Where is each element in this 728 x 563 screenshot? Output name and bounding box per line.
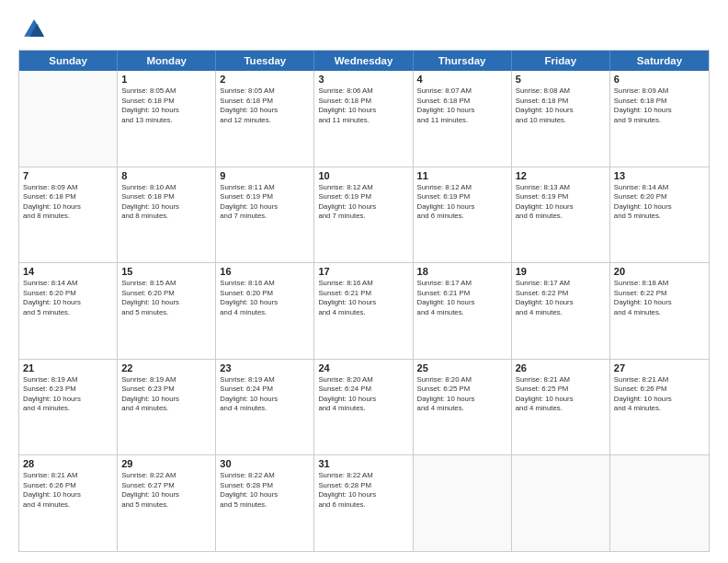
- day-number: 8: [121, 170, 211, 181]
- page: SundayMondayTuesdayWednesdayThursdayFrid…: [0, 0, 728, 563]
- calendar-cell-1-1: 8Sunrise: 8:10 AMSunset: 6:18 PMDaylight…: [118, 167, 216, 263]
- day-info: Sunrise: 8:16 AMSunset: 6:20 PMDaylight:…: [220, 279, 310, 317]
- day-number: 10: [318, 170, 408, 181]
- day-number: 13: [614, 170, 705, 181]
- calendar-cell-4-4: [414, 455, 512, 551]
- day-number: 7: [23, 170, 113, 181]
- day-number: 30: [220, 458, 310, 469]
- day-info: Sunrise: 8:11 AMSunset: 6:19 PMDaylight:…: [220, 183, 310, 222]
- day-info: Sunrise: 8:21 AMSunset: 6:25 PMDaylight:…: [516, 375, 606, 414]
- day-info: Sunrise: 8:12 AMSunset: 6:19 PMDaylight:…: [417, 183, 507, 222]
- calendar-row-2: 14Sunrise: 8:14 AMSunset: 6:20 PMDayligh…: [19, 262, 709, 359]
- day-number: 24: [318, 362, 408, 373]
- calendar-cell-0-1: 1Sunrise: 8:05 AMSunset: 6:18 PMDaylight…: [118, 71, 216, 167]
- calendar-cell-4-3: 31Sunrise: 8:22 AMSunset: 6:28 PMDayligh…: [314, 455, 413, 551]
- day-info: Sunrise: 8:05 AMSunset: 6:18 PMDaylight:…: [220, 86, 310, 125]
- header-day-wednesday: Wednesday: [314, 51, 413, 71]
- header-day-sunday: Sunday: [19, 51, 118, 71]
- calendar-cell-0-6: 6Sunrise: 8:09 AMSunset: 6:18 PMDaylight…: [610, 71, 709, 167]
- calendar-cell-2-5: 19Sunrise: 8:17 AMSunset: 6:22 PMDayligh…: [512, 263, 610, 359]
- header-day-monday: Monday: [118, 51, 216, 71]
- day-info: Sunrise: 8:19 AMSunset: 6:23 PMDaylight:…: [23, 375, 113, 414]
- day-info: Sunrise: 8:05 AMSunset: 6:18 PMDaylight:…: [121, 86, 211, 125]
- day-number: 14: [23, 266, 113, 277]
- calendar-cell-2-4: 18Sunrise: 8:17 AMSunset: 6:21 PMDayligh…: [414, 263, 512, 359]
- calendar-cell-3-1: 22Sunrise: 8:19 AMSunset: 6:23 PMDayligh…: [118, 360, 216, 455]
- day-info: Sunrise: 8:18 AMSunset: 6:22 PMDaylight:…: [614, 279, 705, 317]
- day-number: 12: [516, 170, 606, 181]
- day-info: Sunrise: 8:13 AMSunset: 6:19 PMDaylight:…: [516, 183, 606, 222]
- day-number: 4: [417, 74, 507, 85]
- day-number: 9: [220, 170, 310, 181]
- calendar-cell-1-2: 9Sunrise: 8:11 AMSunset: 6:19 PMDaylight…: [216, 167, 314, 263]
- calendar-cell-0-3: 3Sunrise: 8:06 AMSunset: 6:18 PMDaylight…: [314, 71, 413, 167]
- day-number: 29: [121, 458, 211, 469]
- day-info: Sunrise: 8:21 AMSunset: 6:26 PMDaylight:…: [614, 375, 705, 414]
- calendar-body: 1Sunrise: 8:05 AMSunset: 6:18 PMDaylight…: [19, 71, 709, 551]
- day-number: 25: [417, 362, 507, 373]
- day-info: Sunrise: 8:07 AMSunset: 6:18 PMDaylight:…: [417, 86, 507, 125]
- calendar-cell-0-2: 2Sunrise: 8:05 AMSunset: 6:18 PMDaylight…: [216, 71, 314, 167]
- logo: [18, 17, 48, 42]
- calendar-header-row: SundayMondayTuesdayWednesdayThursdayFrid…: [19, 51, 709, 71]
- calendar-cell-0-4: 4Sunrise: 8:07 AMSunset: 6:18 PMDaylight…: [414, 71, 512, 167]
- calendar-row-3: 21Sunrise: 8:19 AMSunset: 6:23 PMDayligh…: [19, 359, 709, 455]
- day-info: Sunrise: 8:09 AMSunset: 6:18 PMDaylight:…: [614, 86, 705, 125]
- day-info: Sunrise: 8:19 AMSunset: 6:24 PMDaylight:…: [220, 375, 310, 414]
- calendar-cell-1-0: 7Sunrise: 8:09 AMSunset: 6:18 PMDaylight…: [19, 167, 118, 263]
- day-info: Sunrise: 8:15 AMSunset: 6:20 PMDaylight:…: [121, 279, 211, 317]
- calendar-cell-0-0: [19, 71, 118, 167]
- day-info: Sunrise: 8:22 AMSunset: 6:27 PMDaylight:…: [121, 471, 211, 510]
- day-info: Sunrise: 8:09 AMSunset: 6:18 PMDaylight:…: [23, 183, 113, 222]
- calendar: SundayMondayTuesdayWednesdayThursdayFrid…: [18, 50, 710, 552]
- day-info: Sunrise: 8:22 AMSunset: 6:28 PMDaylight:…: [220, 471, 310, 510]
- day-number: 23: [220, 362, 310, 373]
- day-number: 21: [23, 362, 113, 373]
- calendar-cell-2-1: 15Sunrise: 8:15 AMSunset: 6:20 PMDayligh…: [118, 263, 216, 359]
- header-day-saturday: Saturday: [610, 51, 709, 71]
- day-number: 11: [417, 170, 507, 181]
- calendar-cell-2-3: 17Sunrise: 8:16 AMSunset: 6:21 PMDayligh…: [314, 263, 413, 359]
- day-number: 1: [121, 74, 211, 85]
- calendar-cell-4-5: [512, 455, 610, 551]
- day-info: Sunrise: 8:16 AMSunset: 6:21 PMDaylight:…: [318, 279, 408, 317]
- calendar-cell-2-0: 14Sunrise: 8:14 AMSunset: 6:20 PMDayligh…: [19, 263, 118, 359]
- day-info: Sunrise: 8:21 AMSunset: 6:26 PMDaylight:…: [23, 471, 113, 510]
- day-number: 26: [516, 362, 606, 373]
- day-number: 19: [516, 266, 606, 277]
- logo-icon: [18, 17, 44, 42]
- calendar-cell-1-5: 12Sunrise: 8:13 AMSunset: 6:19 PMDayligh…: [512, 167, 610, 263]
- header-day-friday: Friday: [512, 51, 610, 71]
- calendar-cell-2-2: 16Sunrise: 8:16 AMSunset: 6:20 PMDayligh…: [216, 263, 314, 359]
- calendar-cell-4-0: 28Sunrise: 8:21 AMSunset: 6:26 PMDayligh…: [19, 455, 118, 551]
- header-day-tuesday: Tuesday: [216, 51, 314, 71]
- day-info: Sunrise: 8:19 AMSunset: 6:23 PMDaylight:…: [121, 375, 211, 414]
- day-number: 5: [516, 74, 606, 85]
- day-info: Sunrise: 8:20 AMSunset: 6:25 PMDaylight:…: [417, 375, 507, 414]
- calendar-cell-3-6: 27Sunrise: 8:21 AMSunset: 6:26 PMDayligh…: [610, 360, 709, 455]
- day-number: 16: [220, 266, 310, 277]
- day-number: 22: [121, 362, 211, 373]
- calendar-row-1: 7Sunrise: 8:09 AMSunset: 6:18 PMDaylight…: [19, 167, 709, 263]
- day-number: 20: [614, 266, 705, 277]
- day-info: Sunrise: 8:10 AMSunset: 6:18 PMDaylight:…: [121, 183, 211, 222]
- day-info: Sunrise: 8:06 AMSunset: 6:18 PMDaylight:…: [318, 86, 408, 125]
- day-number: 28: [23, 458, 113, 469]
- calendar-cell-4-1: 29Sunrise: 8:22 AMSunset: 6:27 PMDayligh…: [118, 455, 216, 551]
- calendar-cell-3-3: 24Sunrise: 8:20 AMSunset: 6:24 PMDayligh…: [314, 360, 413, 455]
- day-number: 31: [318, 458, 408, 469]
- header: [18, 17, 710, 42]
- day-info: Sunrise: 8:08 AMSunset: 6:18 PMDaylight:…: [516, 86, 606, 125]
- day-number: 27: [614, 362, 705, 373]
- calendar-cell-3-5: 26Sunrise: 8:21 AMSunset: 6:25 PMDayligh…: [512, 360, 610, 455]
- day-info: Sunrise: 8:14 AMSunset: 6:20 PMDaylight:…: [23, 279, 113, 317]
- day-info: Sunrise: 8:17 AMSunset: 6:22 PMDaylight:…: [516, 279, 606, 317]
- day-info: Sunrise: 8:20 AMSunset: 6:24 PMDaylight:…: [318, 375, 408, 414]
- day-info: Sunrise: 8:12 AMSunset: 6:19 PMDaylight:…: [318, 183, 408, 222]
- day-number: 17: [318, 266, 408, 277]
- calendar-row-0: 1Sunrise: 8:05 AMSunset: 6:18 PMDaylight…: [19, 71, 709, 167]
- calendar-cell-4-2: 30Sunrise: 8:22 AMSunset: 6:28 PMDayligh…: [216, 455, 314, 551]
- calendar-cell-1-3: 10Sunrise: 8:12 AMSunset: 6:19 PMDayligh…: [314, 167, 413, 263]
- calendar-cell-1-4: 11Sunrise: 8:12 AMSunset: 6:19 PMDayligh…: [414, 167, 512, 263]
- day-number: 6: [614, 74, 705, 85]
